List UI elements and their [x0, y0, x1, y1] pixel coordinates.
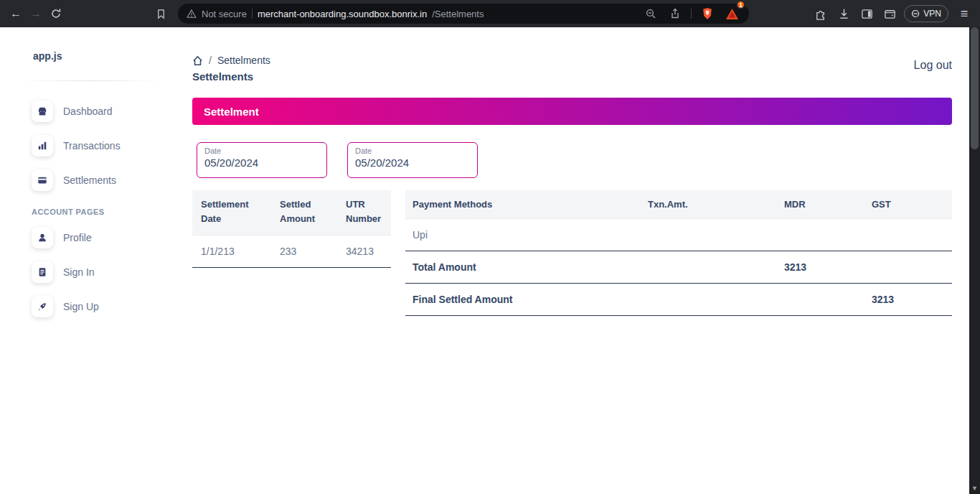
address-divider: [252, 9, 253, 19]
extension-badge: 1: [736, 0, 745, 9]
page-content: app.js Dashboard Transactions Settlement…: [0, 27, 969, 494]
rocket-icon: [32, 296, 53, 317]
wallet-icon: [883, 7, 897, 21]
table-cell-empty: [777, 219, 864, 251]
column-header: Payment Methods: [405, 190, 641, 219]
sidebar-divider: [22, 80, 162, 81]
menu-button[interactable]: ≡: [954, 4, 974, 24]
utr-number-cell: 34213: [337, 236, 391, 268]
sidebar-item-label: Dashboard: [63, 106, 113, 117]
table-cell-empty: [641, 219, 777, 251]
extensions-button[interactable]: [812, 5, 829, 22]
scroll-down-button[interactable]: ▼: [969, 483, 980, 494]
zoom-icon: [645, 8, 656, 19]
scrollbar-thumb[interactable]: [971, 27, 979, 149]
wallet-button[interactable]: [881, 5, 898, 22]
bookmark-icon: [156, 9, 166, 19]
share-button[interactable]: [666, 5, 684, 22]
downloads-button[interactable]: [835, 5, 852, 22]
browser-toolbar: ← → Not secure merchant-onboarding.sound…: [0, 0, 980, 27]
payment-method-cell: Upi: [405, 219, 641, 251]
extension-divider: [691, 9, 692, 19]
security-label: Not secure: [202, 9, 247, 19]
forward-button[interactable]: →: [26, 4, 46, 24]
sidebar-item-label: Sign Up: [63, 301, 99, 312]
main-content: / Settelments Settelments Log out Settel…: [192, 27, 952, 316]
page-scrollbar[interactable]: ▼: [969, 27, 980, 494]
transactions-icon: [32, 135, 53, 157]
table-cell-empty: [864, 251, 952, 284]
page-title: Settelments: [192, 70, 952, 83]
column-header: Settlement Date: [192, 190, 271, 236]
zoom-button[interactable]: [642, 5, 659, 22]
logout-button[interactable]: Log out: [914, 59, 952, 72]
table-cell-empty: [864, 219, 952, 251]
profile-icon: [32, 227, 53, 248]
column-header: MDR: [777, 190, 864, 219]
not-secure-icon: [187, 9, 197, 19]
breadcrumb-separator: /: [209, 55, 212, 66]
sidebar-item-label: Settlements: [63, 174, 116, 186]
table-row: 1/1/213 233 34213: [192, 236, 391, 268]
vpn-icon: [911, 9, 920, 18]
column-header: GST: [864, 190, 952, 219]
page-header: / Settelments Settelments Log out: [192, 55, 952, 88]
sidebar: app.js Dashboard Transactions Settlement…: [0, 27, 181, 494]
sidebar-item-signin[interactable]: Sign In: [32, 255, 181, 289]
reload-button[interactable]: [46, 4, 66, 24]
settlement-date-cell: 1/1/213: [192, 236, 271, 268]
table-cell-empty: [777, 284, 864, 316]
sidebar-item-settlements[interactable]: Settlements: [32, 163, 181, 197]
sidebar-panel-icon: [860, 7, 874, 21]
home-icon[interactable]: [192, 55, 203, 66]
column-header: UTR Number: [337, 190, 391, 236]
settlement-banner: Settelment: [192, 98, 952, 125]
table-cell-empty: [641, 251, 777, 284]
back-icon: ←: [10, 7, 22, 20]
breadcrumb-current[interactable]: Settelments: [217, 55, 270, 66]
final-settled-value: 3213: [864, 284, 952, 316]
date-from-input[interactable]: [204, 157, 319, 169]
avg-extension-icon: [726, 9, 738, 19]
url-host: merchant-onboarding.soundbox.bonrix.in: [258, 9, 427, 19]
vpn-label: VPN: [923, 9, 941, 19]
sidebar-item-label: Transactions: [63, 140, 121, 152]
brave-shield-button[interactable]: [699, 5, 716, 22]
sidebar-item-transactions[interactable]: Transactions: [32, 129, 181, 163]
sidebar-toggle-button[interactable]: [858, 5, 875, 22]
download-icon: [837, 7, 851, 21]
dashboard-icon: [32, 101, 53, 122]
table-cell-empty: [641, 284, 777, 316]
final-settled-row: Final Settled Amount 3213: [405, 284, 952, 316]
sidebar-item-label: Profile: [63, 232, 92, 243]
scroll-down-icon: ▼: [971, 485, 978, 492]
total-amount-label: Total Amount: [405, 251, 641, 284]
bookmark-button[interactable]: [151, 4, 171, 24]
brand-title: app.js: [33, 50, 181, 62]
total-amount-row: Total Amount 3213: [405, 251, 952, 284]
column-header: Settled Amount: [271, 190, 337, 236]
settlement-table: Settlement Date Settled Amount UTR Numbe…: [192, 190, 391, 268]
back-button[interactable]: ←: [6, 4, 26, 24]
address-bar[interactable]: Not secure merchant-onboarding.soundbox.…: [178, 4, 749, 24]
sidebar-section-label: ACCOUNT PAGES: [32, 208, 181, 216]
date-to-input[interactable]: [355, 157, 470, 169]
sidebar-item-dashboard[interactable]: Dashboard: [32, 94, 181, 129]
final-settled-label: Final Settled Amount: [405, 284, 641, 316]
date-to-label: Date: [355, 146, 372, 155]
sidebar-item-label: Sign In: [63, 266, 95, 278]
brave-shield-icon: [702, 7, 713, 20]
total-amount-value: 3213: [777, 251, 864, 284]
sidebar-item-signup[interactable]: Sign Up: [32, 289, 181, 324]
date-filters: Date Date: [192, 142, 952, 178]
date-to-field[interactable]: Date: [347, 142, 478, 178]
vpn-button[interactable]: VPN: [904, 5, 948, 22]
url-path: /Settelments: [432, 9, 484, 19]
sidebar-item-profile[interactable]: Profile: [32, 220, 181, 255]
settlements-icon: [32, 169, 53, 191]
column-header: Txn.Amt.: [641, 190, 777, 219]
avg-extension-button[interactable]: 1: [723, 5, 740, 22]
share-icon: [669, 8, 681, 19]
banner-title: Settelment: [204, 106, 259, 118]
date-from-field[interactable]: Date: [197, 142, 327, 178]
